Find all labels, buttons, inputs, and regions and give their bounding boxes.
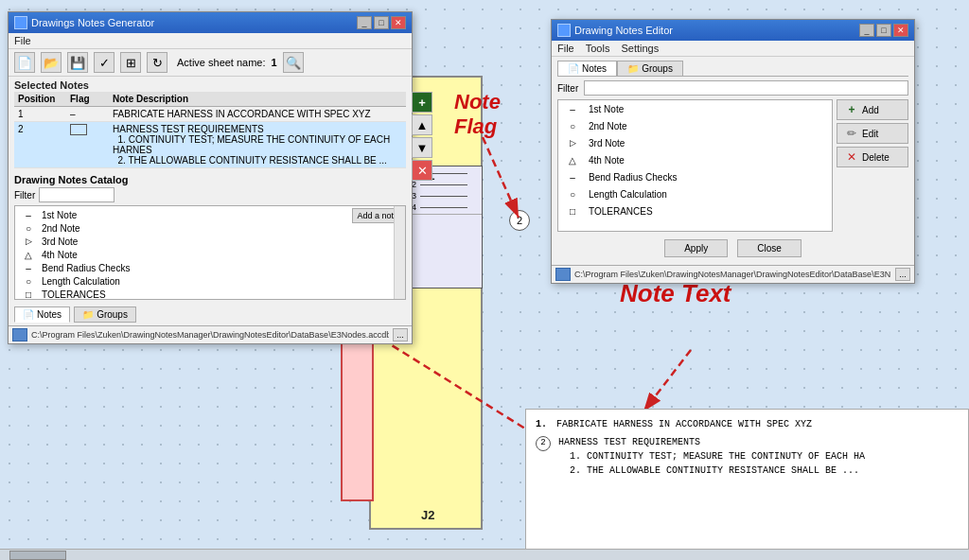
groups-tab-icon: 📁 — [82, 309, 94, 320]
list4-icon: △ — [564, 154, 581, 166]
edit-button[interactable]: ✏ Edit — [837, 123, 908, 144]
catalog-item-tolerances[interactable]: □ TOLERANCES — [15, 288, 405, 300]
catalog-item-length-calc[interactable]: ○ Length Calculation — [15, 274, 405, 288]
delete-label: Delete — [862, 152, 890, 163]
apply-close-row: Apply Close — [557, 236, 908, 261]
list3-icon: ▷ — [564, 137, 581, 149]
flag-rect — [70, 124, 87, 135]
catalog-list-inner: – 1st Note ○ 2nd Note ▷ 3rd Note △ 4th N… — [15, 206, 405, 300]
delete-button[interactable]: ✕ Delete — [837, 147, 908, 167]
col-description: Note Description — [109, 92, 406, 107]
editor-menu-settings[interactable]: Settings — [621, 43, 659, 54]
scrollbar-thumb[interactable] — [9, 551, 66, 560]
list2-icon: ○ — [564, 120, 581, 131]
editor-minimize-button[interactable]: _ — [859, 24, 874, 37]
row1-description: FABRICATE HARNESS IN ACCORDANCE WITH SPE… — [109, 107, 406, 122]
editor-maximize-button[interactable]: □ — [876, 24, 891, 37]
row1-position: 1 — [14, 107, 66, 122]
list2-label: 2nd Note — [589, 121, 627, 131]
toolbar-refresh[interactable]: ↻ — [147, 52, 167, 73]
active-sheet-label: Active sheet name: — [177, 57, 266, 68]
move-up-button[interactable]: ▲ — [412, 114, 432, 135]
toolbar-new[interactable]: 📄 — [14, 52, 35, 73]
bottom-tabs: 📄 Notes 📁 Groups — [9, 304, 412, 325]
catalog-item-3rd-note[interactable]: ▷ 3rd Note — [15, 235, 405, 248]
minimize-button[interactable]: _ — [357, 16, 372, 29]
bend-label: Bend Radius Checks — [42, 263, 130, 273]
editor-list-item-4[interactable]: △ 4th Note — [558, 151, 832, 168]
note2-text: HARNESS TEST REQUIREMENTS 1. CONTINUITY … — [558, 435, 865, 478]
status-browse-button[interactable]: ... — [393, 328, 408, 341]
add-row-button[interactable]: + — [412, 92, 432, 113]
catalog-filter-row: Filter — [14, 187, 406, 202]
maximize-button[interactable]: □ — [374, 16, 389, 29]
table-row[interactable]: 2 HARNESS TEST REQUIREMENTS 1. CONTINUIT… — [14, 122, 406, 168]
editor-groups-icon: 📁 — [627, 63, 639, 74]
col-position: Position — [14, 92, 66, 107]
catalog-item-4th-note[interactable]: △ 4th Note — [15, 248, 405, 261]
delete-row-button[interactable]: ✕ — [412, 160, 432, 181]
note2-label: 2nd Note — [42, 223, 80, 234]
note4-icon: △ — [21, 249, 36, 260]
row1-flag: – — [66, 107, 109, 122]
tol-label: TOLERANCES — [42, 289, 106, 300]
catalog-item-2nd-note[interactable]: ○ 2nd Note — [15, 221, 405, 235]
notes-editor-titlebar: Drawing Notes Editor _ □ ✕ — [552, 20, 914, 41]
notes-generator-titlebar: Drawings Notes Generator _ □ ✕ — [9, 12, 412, 33]
move-down-button[interactable]: ▼ — [412, 137, 432, 158]
editor-browse-button[interactable]: ... — [895, 268, 910, 281]
close-window-button[interactable]: ✕ — [391, 16, 406, 29]
toolbar-check[interactable]: ✓ — [94, 52, 115, 73]
harness-req-line: HARNESS TEST REQUIREMENTS — [558, 435, 865, 449]
row2-position: 2 — [14, 122, 66, 168]
editor-list-item-bend[interactable]: – Bend Radius Checks — [558, 168, 832, 185]
delete-icon: ✕ — [845, 150, 858, 164]
status-db-icon — [12, 328, 27, 341]
list3-label: 3rd Note — [589, 138, 625, 149]
tab-groups[interactable]: 📁 Groups — [74, 306, 136, 323]
close-button[interactable]: Close — [737, 239, 802, 257]
note2-icon: ○ — [21, 222, 36, 234]
editor-tab-groups[interactable]: 📁 Groups — [617, 61, 683, 76]
editor-status-path: C:\Program Files\Zuken\DrawingNotesManag… — [574, 270, 891, 279]
editor-list-item-1[interactable]: – 1st Note — [558, 100, 832, 117]
editor-app-icon — [557, 24, 571, 37]
horizontal-scrollbar[interactable] — [0, 549, 969, 560]
editor-list-item-3[interactable]: ▷ 3rd Note — [558, 134, 832, 151]
note-text-item-2: 2 HARNESS TEST REQUIREMENTS 1. CONTINUIT… — [536, 435, 959, 478]
catalog-item-1st-note[interactable]: – 1st Note — [15, 208, 405, 221]
catalog-list: – 1st Note ○ 2nd Note ▷ 3rd Note △ 4th N… — [14, 205, 406, 300]
listlength-icon: ○ — [564, 188, 581, 200]
catalog-scrollbar[interactable] — [394, 206, 405, 299]
edit-icon: ✏ — [845, 127, 858, 140]
catalog-item-bend-radius[interactable]: – Bend Radius Checks — [15, 261, 405, 274]
notes-tab-icon: 📄 — [23, 309, 34, 320]
editor-filter-bar: Filter — [557, 80, 908, 96]
listbend-icon: – — [564, 171, 581, 183]
notes-editor-menubar: File Tools Settings — [552, 41, 914, 57]
add-icon: + — [845, 103, 858, 116]
editor-menu-tools[interactable]: Tools — [586, 43, 610, 54]
editor-filter-label: Filter — [557, 83, 578, 94]
table-row[interactable]: 1 – FABRICATE HARNESS IN ACCORDANCE WITH… — [14, 107, 406, 122]
listbend-label: Bend Radius Checks — [589, 172, 677, 183]
apply-button[interactable]: Apply — [664, 239, 728, 257]
editor-filter-input[interactable] — [584, 80, 908, 96]
editor-list-item-2[interactable]: ○ 2nd Note — [558, 117, 832, 134]
editor-menu-file[interactable]: File — [557, 43, 574, 54]
editor-list-item-tol[interactable]: □ TOLERANCES — [558, 202, 832, 219]
toolbar-grid[interactable]: ⊞ — [120, 52, 141, 73]
editor-close-button[interactable]: ✕ — [893, 24, 908, 37]
add-button[interactable]: + Add — [837, 99, 908, 120]
toolbar-open[interactable]: 📂 — [41, 52, 62, 73]
note1-num: 1. — [536, 417, 549, 431]
catalog-filter-input[interactable] — [39, 187, 115, 202]
tol-icon: □ — [21, 289, 36, 300]
toolbar-save[interactable]: 💾 — [67, 52, 88, 73]
list1-label: 1st Note — [589, 104, 624, 114]
editor-list-item-length[interactable]: ○ Length Calculation — [558, 185, 832, 202]
editor-tab-notes[interactable]: 📄 Notes — [557, 61, 617, 76]
tab-notes[interactable]: 📄 Notes — [14, 306, 70, 323]
menu-file[interactable]: File — [14, 35, 31, 46]
toolbar-search[interactable]: 🔍 — [283, 52, 304, 73]
